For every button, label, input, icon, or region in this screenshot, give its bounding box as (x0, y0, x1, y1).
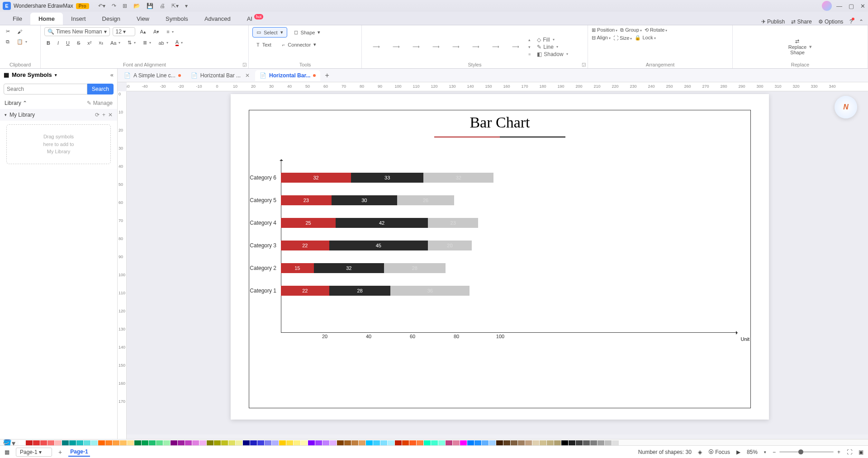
doc-tab-1[interactable]: 📄 A Simple Line c... (119, 70, 185, 81)
shadow-button[interactable]: ◧ Shadow (537, 51, 568, 57)
vertical-ruler[interactable]: 0102030405060708090100110120130140150160… (118, 91, 127, 445)
line-spacing-button[interactable]: ⇅ (125, 38, 138, 47)
layers-button[interactable]: ◈ (698, 449, 702, 455)
chart-shape[interactable]: Bar Chart 20406080100 Unit Category 6323… (249, 110, 751, 408)
text-align-button[interactable]: ≡ (164, 28, 175, 36)
shape-tool[interactable]: ◻ Shape ▾ (290, 27, 325, 38)
menu-view[interactable]: View (128, 13, 157, 25)
close-button[interactable]: ✕ (860, 3, 865, 9)
library-drop-zone[interactable]: Drag symbols here to add to My Library (6, 124, 111, 164)
underline-button[interactable]: U (64, 39, 72, 47)
canvas-viewport[interactable]: Bar Chart 20406080100 Unit Category 6323… (127, 91, 868, 434)
zoom-slider[interactable]: − + (773, 449, 840, 455)
arrow-style-1[interactable]: ⟶ (367, 43, 385, 51)
zoom-value[interactable]: 85% (747, 449, 758, 455)
my-library-toggle[interactable]: My Library (9, 112, 35, 118)
export-button[interactable]: ⇱▾ (171, 3, 179, 9)
lock-button[interactable]: 🔒 Lock (635, 35, 655, 41)
menu-file[interactable]: File (5, 13, 30, 25)
zoom-out-button[interactable]: − (773, 449, 776, 455)
fill-button[interactable]: ◇ Fill (537, 37, 568, 43)
fullscreen-button[interactable]: ▣ (859, 449, 863, 455)
arrow-style-3[interactable]: ⟶ (407, 43, 425, 51)
symbol-search-button[interactable]: Search (87, 84, 114, 94)
position-button[interactable]: ⊞ Position (592, 27, 617, 33)
print-button[interactable]: 🖨 (160, 3, 165, 9)
manage-button[interactable]: ✎ Manage (87, 100, 113, 106)
subscript-button[interactable]: x₂ (96, 38, 105, 47)
gallery-up-button[interactable]: ▴ (528, 38, 531, 42)
replace-more-button[interactable]: ▾ (809, 44, 812, 50)
arrow-style-7[interactable]: ⟶ (487, 43, 505, 51)
bold-button[interactable]: B (44, 39, 52, 47)
share-button[interactable]: ⇄ Share (791, 19, 811, 25)
ai-assistant-button[interactable]: N (835, 96, 857, 118)
user-avatar[interactable] (822, 1, 832, 11)
font-dialog-launcher[interactable]: ◲ (242, 62, 247, 67)
connector-style-gallery[interactable]: ⟶ ⟶ ⟶ ⟶ ⟶ ⟶ ⟶ ⟶ (365, 41, 526, 53)
font-color-button[interactable]: A (173, 38, 185, 47)
collapse-panel-button[interactable]: « (110, 71, 114, 78)
qat-more-button[interactable]: ▾ (185, 3, 188, 9)
help-button[interactable]: ? (849, 19, 853, 25)
menu-ai[interactable]: AI hot (239, 13, 271, 25)
format-painter-button[interactable]: 🖌 (15, 28, 24, 36)
size-button[interactable]: ⛶ Size (613, 35, 632, 41)
replace-shape-button[interactable]: ⇄ Replace Shape (788, 38, 806, 55)
page-list-icon[interactable]: ▦ (5, 449, 9, 455)
font-size-select[interactable]: 12 ▾ (113, 27, 135, 36)
menu-design[interactable]: Design (94, 13, 128, 25)
open-button[interactable]: 📂 (133, 3, 140, 9)
publish-button[interactable]: ✈ Publish (761, 19, 785, 25)
bullets-button[interactable]: ≣ (141, 38, 153, 47)
menu-symbols[interactable]: Symbols (157, 13, 196, 25)
minimize-button[interactable]: — (836, 3, 842, 9)
doc-tab-2[interactable]: 📄 Horizontal Bar ... ✕ (186, 70, 254, 81)
close-tab-button[interactable]: ✕ (245, 72, 250, 79)
gallery-more-button[interactable]: ≡ (528, 52, 531, 57)
arrow-style-2[interactable]: ⟶ (387, 43, 405, 51)
focus-button[interactable]: ⦿ Focus (708, 449, 730, 455)
add-page-button[interactable]: + (58, 449, 62, 456)
italic-button[interactable]: I (55, 39, 61, 47)
arrow-style-6[interactable]: ⟶ (467, 43, 485, 51)
new-button[interactable]: ⊞ (123, 3, 127, 9)
cut-button[interactable]: ✂ (4, 27, 12, 36)
group-button[interactable]: ⧉ Group (620, 27, 642, 33)
options-button[interactable]: ⚙ Options (818, 19, 844, 25)
text-tool[interactable]: T Text (252, 40, 275, 50)
decrease-font-button[interactable]: A▾ (151, 28, 161, 36)
menu-insert[interactable]: Insert (63, 13, 94, 25)
fit-page-button[interactable]: ⛶ (847, 449, 852, 455)
select-tool[interactable]: ▭ Select ▾ (252, 27, 287, 38)
save-button[interactable]: 💾 (147, 3, 153, 9)
zoom-in-button[interactable]: + (837, 449, 840, 455)
copy-button[interactable]: ⧉ (4, 38, 12, 46)
rotate-button[interactable]: ⟲ Rotate (645, 27, 667, 33)
library-refresh-button[interactable]: ⟳ (95, 112, 100, 118)
styles-dialog-launcher[interactable]: ◲ (582, 62, 586, 67)
presentation-button[interactable]: ▶ (736, 449, 740, 455)
redo-button[interactable]: ↷ (112, 3, 116, 9)
undo-button[interactable]: ↶▾ (98, 3, 105, 9)
connector-tool[interactable]: ⌐ Connector ▾ (278, 39, 320, 50)
menu-home[interactable]: Home (30, 13, 63, 25)
menu-advanced[interactable]: Advanced (196, 13, 239, 25)
font-family-select[interactable]: 🔍 Times New Roman▾ (44, 27, 110, 36)
strike-button[interactable]: S (75, 39, 82, 47)
page-tab-1[interactable]: Page-1 (68, 448, 90, 457)
arrow-style-4[interactable]: ⟶ (427, 43, 445, 51)
highlight-button[interactable]: ab (156, 39, 170, 47)
drawing-page[interactable]: Bar Chart 20406080100 Unit Category 6323… (231, 94, 769, 420)
maximize-button[interactable]: ▢ (849, 3, 854, 9)
increase-font-button[interactable]: A▴ (138, 28, 148, 36)
align-button[interactable]: ⊟ Align (592, 35, 611, 41)
arrow-style-5[interactable]: ⟶ (447, 43, 465, 51)
doc-tab-3[interactable]: 📄 Horizontal Bar... (255, 70, 320, 81)
library-toggle[interactable]: Library ⌃ (5, 100, 27, 106)
case-button[interactable]: Aa (108, 39, 123, 47)
gallery-down-button[interactable]: ▾ (528, 45, 531, 49)
superscript-button[interactable]: x² (85, 39, 94, 47)
horizontal-ruler[interactable]: -50-40-30-20-100102030405060708090100110… (127, 82, 868, 91)
paste-button[interactable]: 📋 (14, 38, 29, 46)
